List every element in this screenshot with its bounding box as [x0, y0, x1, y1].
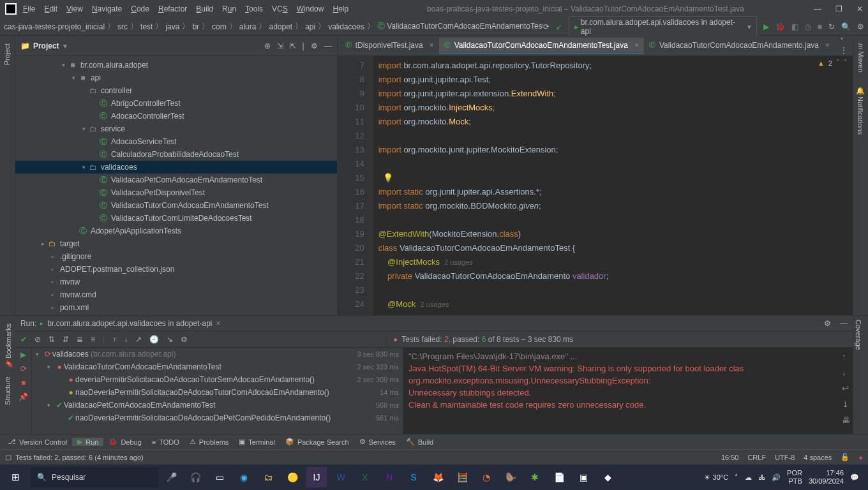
test-tree-item[interactable]: ▾● ValidacaoTutorComAdocaoEmAndamentoTes… [32, 360, 403, 373]
expand-icon[interactable]: ▾ [47, 364, 55, 370]
tree-item[interactable]: ▫mvnw.cmd [15, 288, 337, 301]
tree-item[interactable]: ▾🗀service [15, 122, 337, 135]
breadcrumb-item[interactable]: validacoes [328, 22, 364, 31]
weather-widget[interactable]: ☀ 30°C [704, 473, 729, 482]
expand-icon[interactable]: ▾ [80, 126, 88, 132]
spring-icon[interactable]: ✱ [525, 467, 545, 487]
scroll-up-icon[interactable]: ↑ [842, 350, 850, 362]
chevron-down-icon[interactable]: ▾ [63, 41, 67, 50]
edge-icon[interactable]: ◉ [234, 467, 254, 487]
menu-view[interactable]: View [66, 4, 83, 13]
notifications-tool-tab[interactable]: 🔔 Notifications [855, 82, 866, 138]
vcs-update-icon[interactable]: ↻ [828, 22, 835, 31]
line-separator[interactable]: CRLF [747, 454, 766, 461]
terminal-icon[interactable]: ▣ [573, 467, 594, 487]
editor-code-area[interactable]: import br.com.alura.adopet.api.repositor… [373, 56, 853, 315]
network-icon[interactable]: 🖧 [758, 473, 765, 481]
inspection-marker[interactable]: ▲ 2 ˄ ˅ [818, 59, 848, 67]
word-icon[interactable]: W [331, 467, 351, 487]
expand-icon[interactable]: ▾ [36, 351, 43, 357]
excel-icon[interactable]: X [355, 467, 375, 487]
postman-icon[interactable]: ◔ [476, 467, 497, 487]
test-tree-item[interactable]: ● naoDeveriaPermitirSolicitacaoDeAdocaoT… [32, 386, 403, 399]
readonly-lock-icon[interactable]: 🔓 [841, 453, 849, 461]
tree-item[interactable]: ▾■api [15, 71, 337, 84]
menu-help[interactable]: Help [333, 4, 348, 13]
expand-all-icon[interactable]: ⇲ [277, 41, 283, 50]
memory-indicator-icon[interactable]: ● [858, 454, 863, 461]
tree-item[interactable]: ⒸAdocaoControllerTest [15, 110, 337, 122]
expand-icon[interactable]: ▾ [70, 75, 78, 81]
bottom-tab-todo[interactable]: ≡TODO [147, 438, 184, 446]
expand-icon[interactable]: ▸ [40, 241, 47, 247]
structure-tool-tab[interactable]: Structure [3, 373, 13, 409]
taskbar-app-1[interactable]: 🎤 [161, 467, 181, 487]
expand-icon[interactable]: ▾ [60, 62, 68, 68]
show-passed-icon[interactable]: ✔ [20, 335, 27, 344]
breadcrumb-item[interactable]: src [117, 22, 128, 31]
expand-all-icon[interactable]: ≣ [77, 335, 83, 344]
vcs-push-icon[interactable]: ↙ [556, 22, 562, 31]
bottom-tab-package-search[interactable]: 📦Package Search [280, 438, 354, 446]
sort-icon[interactable]: ⇅ [49, 335, 55, 344]
taskbar-app-2[interactable]: 🎧 [185, 467, 206, 487]
more-tabs-icon[interactable]: ˅ ⋮ [835, 37, 853, 55]
menu-navigate[interactable]: Navigate [92, 4, 122, 13]
tree-item[interactable]: ▫pom.xml [15, 301, 337, 314]
tree-item[interactable]: ⒸValidacaoTutorComAdocaoEmAndamentoTest [15, 199, 337, 212]
expand-icon[interactable]: ▾ [47, 402, 55, 408]
generic-icon[interactable]: ◆ [597, 467, 618, 487]
tree-item[interactable]: ▾■br.com.alura.adopet [15, 59, 337, 71]
bottom-tab-services[interactable]: ⚙Services [354, 438, 401, 446]
start-button[interactable]: ⊞ [3, 464, 28, 490]
import-icon[interactable]: ↘ [167, 335, 173, 344]
rerun-icon[interactable]: ▶ [20, 350, 26, 359]
select-opened-file-icon[interactable]: ⊕ [264, 41, 271, 50]
breadcrumb-item[interactable]: br [192, 22, 199, 31]
tree-item[interactable]: ▫README.md [15, 314, 337, 315]
taskbar-search[interactable]: 🔍 Pesquisar [31, 467, 158, 487]
menu-code[interactable]: Code [131, 4, 149, 13]
editor-tab[interactable]: ⒸtDisponivelTest.java× [340, 38, 439, 54]
close-button[interactable]: ✕ [857, 4, 863, 13]
settings-icon[interactable]: ⚙ [824, 319, 831, 328]
menu-vcs[interactable]: VCS [272, 4, 288, 13]
test-console[interactable]: ↑ ↓ ↩ ⤓ 🖶 "C:\Program Files\Java\jdk-17\… [403, 348, 853, 434]
debug-button[interactable]: 🐞 [775, 22, 785, 31]
breadcrumb-item[interactable]: alura [239, 22, 257, 31]
tree-item[interactable]: ⒸAbrigoControllerTest [15, 97, 337, 110]
menu-file[interactable]: File [23, 4, 35, 13]
tree-item[interactable]: ⒸValidacaoPetComAdocaoEmAndamentoTest [15, 174, 337, 186]
bottom-tab-problems[interactable]: ⚠Problems [184, 438, 234, 446]
next-highlight-icon[interactable]: ˅ [844, 59, 848, 67]
profile-button[interactable]: ◷ [805, 22, 811, 31]
tree-item[interactable]: ▫mvnw [15, 276, 337, 288]
menu-tools[interactable]: Tools [245, 4, 263, 13]
menu-refactor[interactable]: Refactor [158, 4, 187, 13]
scroll-to-end-icon[interactable]: ⤓ [842, 398, 850, 410]
breadcrumb-item[interactable]: com [212, 22, 227, 31]
volume-icon[interactable]: 🔊 [772, 473, 781, 482]
update-project-icon[interactable]: ⟳ [543, 22, 550, 31]
bookmarks-tool-tab[interactable]: 🔖 Bookmarks [3, 320, 13, 373]
breadcrumb-item[interactable]: Ⓒ ValidacaoTutorComAdocaoEmAndamentoTest [377, 21, 543, 32]
pin-icon[interactable]: 📌 [19, 392, 28, 401]
notepad-icon[interactable]: 📄 [549, 467, 569, 487]
soft-wrap-icon[interactable]: ↩ [842, 382, 850, 394]
hide-panel-icon[interactable]: — [324, 41, 332, 50]
test-tree-item[interactable]: ▾⟳ validacoes (br.com.alura.adopet.api)3… [32, 348, 403, 360]
test-tree-item[interactable]: ✔ naoDeveriaPermitirSolicitacaoDeAdocaoD… [32, 412, 403, 424]
caret-position[interactable]: 16:50 [721, 454, 739, 461]
next-test-icon[interactable]: ↓ [124, 335, 128, 344]
dbeaver-icon[interactable]: 🦫 [500, 467, 521, 487]
explorer-icon[interactable]: 🗂 [258, 467, 278, 487]
settings-icon[interactable]: ⚙ [181, 335, 188, 344]
taskview-icon[interactable]: ▭ [209, 467, 230, 487]
project-tool-tab[interactable]: Project [2, 40, 12, 69]
breadcrumb-item[interactable]: test [140, 22, 153, 31]
previous-test-icon[interactable]: ↑ [112, 335, 116, 344]
minimize-button[interactable]: — [814, 4, 821, 13]
editor-tab[interactable]: ⒸValidacaoTutorComAdocaoEmAndamentoTest.… [439, 38, 644, 54]
tray-chevron-icon[interactable]: ˄ [735, 473, 738, 482]
tree-item[interactable]: ▸🗀target [15, 237, 337, 250]
